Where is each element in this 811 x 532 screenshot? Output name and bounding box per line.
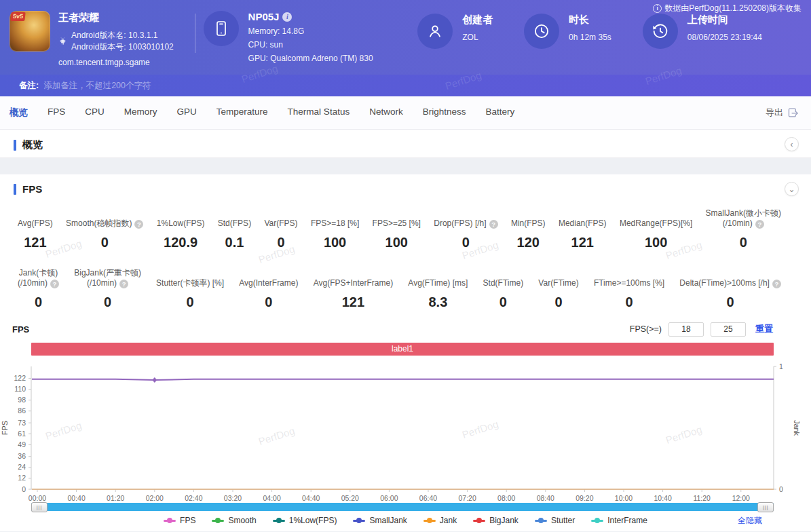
legend-label: InterFrame xyxy=(607,516,647,525)
svg-text:110: 110 xyxy=(14,385,26,393)
help-icon[interactable]: ? xyxy=(755,220,764,229)
tab-Network[interactable]: Network xyxy=(369,107,403,119)
tab-FPS[interactable]: FPS xyxy=(48,107,65,119)
tab-CPU[interactable]: CPU xyxy=(85,107,105,119)
scrollbar-left-handle[interactable] xyxy=(31,502,48,512)
export-button[interactable]: 导出 xyxy=(766,96,799,129)
svg-text:11:20: 11:20 xyxy=(693,494,711,501)
stat-label: MedRange(FPS)[%] xyxy=(620,208,692,229)
stat-value: 0 xyxy=(74,294,141,310)
svg-text:10:40: 10:40 xyxy=(654,494,671,501)
export-label: 导出 xyxy=(766,107,783,119)
tab-Brightness[interactable]: Brightness xyxy=(423,107,466,119)
device-info-icon[interactable]: i xyxy=(282,12,292,22)
svg-text:12: 12 xyxy=(18,474,26,482)
stat-value: 100 xyxy=(373,235,421,250)
stat-item: FPS>=25 [%]100 xyxy=(373,208,421,250)
fps-threshold-input-2[interactable] xyxy=(711,322,746,337)
stat-item: Avg(InterFrame)0 xyxy=(239,268,298,310)
upload-label: 上传时间 xyxy=(687,14,762,26)
stat-label: Avg(FTime) [ms] xyxy=(408,268,468,288)
legend-label: SmallJank xyxy=(369,516,407,525)
chart-label1-bar[interactable]: label1 xyxy=(31,343,774,356)
help-icon[interactable]: ? xyxy=(772,280,781,288)
legend-Smooth[interactable]: Smooth xyxy=(212,516,256,525)
collect-note-text: 数据由PerfDog(11.1.250208)版本收集 xyxy=(664,3,801,14)
svg-text:1: 1 xyxy=(779,362,783,370)
legend-label: Jank xyxy=(440,516,457,525)
note-placeholder: 添加备注，不超过200个字符 xyxy=(43,80,151,92)
device-cpu: CPU: sun xyxy=(248,40,373,50)
legend-FPS[interactable]: FPS xyxy=(164,516,195,525)
header-divider xyxy=(195,14,195,53)
stat-value: 0 xyxy=(706,235,781,250)
stat-value: 8.3 xyxy=(408,294,468,310)
legend-BigJank[interactable]: BigJank xyxy=(473,516,518,525)
svg-text:98: 98 xyxy=(18,396,26,404)
svg-text:0: 0 xyxy=(779,485,783,493)
svg-text:24: 24 xyxy=(18,463,26,471)
svg-text:01:20: 01:20 xyxy=(107,494,124,501)
creator-label: 创建者 xyxy=(462,14,493,26)
stat-item: Var(FPS)0 xyxy=(264,208,297,250)
stat-label: Avg(FPS) xyxy=(18,208,53,229)
legend-SmallJank[interactable]: SmallJank xyxy=(353,516,407,525)
legend-Stutter[interactable]: Stutter xyxy=(535,516,575,525)
svg-text:0: 0 xyxy=(22,485,26,493)
stat-item: BigJank(严重卡顿)(/10min)?0 xyxy=(74,268,141,310)
svg-text:06:00: 06:00 xyxy=(380,494,398,501)
upload-time-icon xyxy=(643,14,678,49)
help-icon[interactable]: ? xyxy=(50,280,59,288)
stat-label: Jank(卡顿)(/10min)? xyxy=(18,268,59,288)
tab-Thermal Status[interactable]: Thermal Status xyxy=(288,107,350,119)
hide-all-button[interactable]: 全隐藏 xyxy=(738,515,762,527)
legend-InterFrame[interactable]: InterFrame xyxy=(591,516,647,525)
stat-value: 121 xyxy=(18,235,53,250)
tab-Memory[interactable]: Memory xyxy=(124,107,157,119)
help-icon[interactable]: ? xyxy=(134,220,143,229)
fps-threshold-input-1[interactable] xyxy=(668,322,704,337)
stat-label: Var(FPS) xyxy=(264,208,297,229)
phone-icon xyxy=(204,11,239,46)
upload-value: 08/06/2025 23:19:44 xyxy=(687,33,762,42)
stat-label: Avg(InterFrame) xyxy=(239,268,298,288)
svg-text:10:00: 10:00 xyxy=(615,494,633,501)
tab-概览[interactable]: 概览 xyxy=(10,107,28,119)
tab-Temperature[interactable]: Temperature xyxy=(216,107,268,119)
svg-text:08:00: 08:00 xyxy=(497,494,515,501)
svg-text:07:20: 07:20 xyxy=(458,494,476,501)
scrollbar-right-handle[interactable] xyxy=(757,502,774,512)
legend-label: FPS xyxy=(180,516,195,525)
legend-marker xyxy=(535,520,547,522)
creator-icon xyxy=(417,14,453,49)
note-input[interactable]: 备注: 添加备注，不超过200个字符 xyxy=(0,75,811,96)
stat-value: 0.1 xyxy=(218,235,251,250)
stat-value: 121 xyxy=(559,235,607,250)
help-icon[interactable]: ? xyxy=(489,220,498,229)
collapse-fps-button[interactable]: ⌄ xyxy=(785,182,799,196)
stat-label: Avg(FPS+InterFrame) xyxy=(314,268,393,288)
stat-label: Delta(FTime)>100ms [/h]? xyxy=(679,268,781,288)
stat-label: Median(FPS) xyxy=(559,208,607,229)
stat-label: FPS>=18 [%] xyxy=(311,208,359,229)
tab-GPU[interactable]: GPU xyxy=(177,107,197,119)
legend-1%Low(FPS)[interactable]: 1%Low(FPS) xyxy=(273,516,337,525)
svg-text:04:40: 04:40 xyxy=(302,494,320,501)
stat-item: MedRange(FPS)[%]100 xyxy=(620,208,692,250)
collapse-overview-button[interactable]: ‹ xyxy=(785,137,799,151)
device-gpu: GPU: Qualcomm Adreno (TM) 830 xyxy=(248,54,373,63)
chart-scrollbar[interactable] xyxy=(31,502,774,512)
legend-label: 1%Low(FPS) xyxy=(289,516,337,525)
stat-label: FPS>=25 [%] xyxy=(373,208,421,229)
svg-text:36: 36 xyxy=(18,452,26,460)
fps-chart[interactable]: 012243649617386981101220100:0000:4001:20… xyxy=(0,356,811,501)
help-icon[interactable]: ? xyxy=(119,280,128,288)
export-icon xyxy=(787,107,799,118)
package-name: com.tencent.tmgp.sgame xyxy=(58,58,193,67)
svg-text:73: 73 xyxy=(18,419,26,427)
tab-Battery[interactable]: Battery xyxy=(485,107,514,119)
reset-button[interactable]: 重置 xyxy=(755,323,773,335)
svg-text:00:00: 00:00 xyxy=(29,494,46,501)
scrollbar-track[interactable] xyxy=(31,503,774,511)
legend-Jank[interactable]: Jank xyxy=(423,516,457,525)
